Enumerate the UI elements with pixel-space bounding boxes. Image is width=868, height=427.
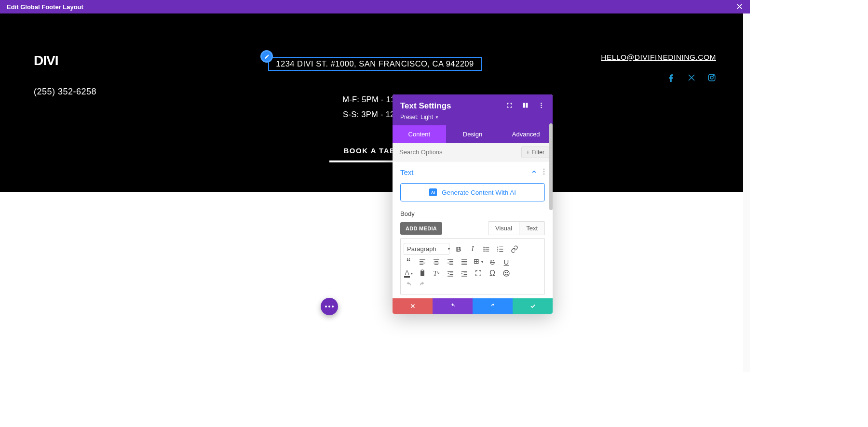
panel-header[interactable]: Text Settings Preset: Light ▼ xyxy=(393,94,553,125)
align-justify-icon[interactable] xyxy=(460,257,469,267)
panel-scrollbar[interactable] xyxy=(549,123,553,298)
svg-rect-37 xyxy=(461,263,467,263)
bold-icon[interactable]: B xyxy=(454,244,463,254)
facebook-icon[interactable] xyxy=(667,73,676,84)
svg-rect-48 xyxy=(461,271,467,271)
svg-rect-33 xyxy=(448,263,453,263)
svg-text:3: 3 xyxy=(497,250,499,252)
expand-icon[interactable] xyxy=(506,102,513,110)
table-icon[interactable]: ▾ xyxy=(474,257,483,267)
emoji-icon[interactable] xyxy=(502,268,511,278)
italic-icon[interactable]: I xyxy=(468,244,477,254)
svg-rect-20 xyxy=(499,249,503,249)
bullet-list-icon[interactable] xyxy=(482,244,491,254)
logo: DIVI xyxy=(34,53,261,68)
email-link[interactable]: HELLO@DIVIFINEDINING.COM xyxy=(488,53,716,62)
numbered-list-icon[interactable]: 123 xyxy=(496,244,505,254)
indent-icon[interactable] xyxy=(460,268,469,278)
redo-button[interactable] xyxy=(473,298,513,314)
address-module[interactable]: 1234 DIVI ST. #1000, SAN FRANCISCO, CA 9… xyxy=(268,57,481,71)
section-title: Text xyxy=(400,168,414,176)
blockquote-icon[interactable]: “ xyxy=(404,257,413,267)
kebab-menu-icon[interactable] xyxy=(538,102,545,110)
paste-text-icon[interactable] xyxy=(418,268,427,278)
svg-rect-46 xyxy=(450,274,453,275)
filter-button[interactable]: + Filter xyxy=(521,147,549,158)
cancel-button[interactable] xyxy=(393,298,433,314)
align-center-icon[interactable] xyxy=(432,257,441,267)
dot-icon xyxy=(328,306,330,307)
address-text[interactable]: 1234 DIVI ST. #1000, SAN FRANCISCO, CA 9… xyxy=(268,57,481,71)
close-icon[interactable]: ✕ xyxy=(736,1,743,12)
svg-rect-49 xyxy=(464,273,467,273)
tab-advanced[interactable]: Advanced xyxy=(499,125,553,143)
svg-rect-30 xyxy=(434,264,438,265)
svg-rect-36 xyxy=(461,261,467,262)
redo-icon[interactable] xyxy=(418,280,427,290)
align-right-icon[interactable] xyxy=(446,257,455,267)
preset-label: Preset: xyxy=(400,114,419,120)
preset-selector[interactable]: Preset: Light ▼ xyxy=(400,114,545,120)
page-scrollbar[interactable] xyxy=(743,13,750,372)
svg-point-11 xyxy=(483,246,485,248)
generate-ai-button[interactable]: AI Generate Content With AI xyxy=(400,183,545,201)
topbar-title: Edit Global Footer Layout xyxy=(7,3,83,11)
svg-rect-35 xyxy=(461,259,467,260)
add-media-button[interactable]: ADD MEDIA xyxy=(400,222,442,235)
special-char-icon[interactable]: Ω xyxy=(488,268,497,278)
plus-icon: + xyxy=(526,149,529,156)
svg-rect-47 xyxy=(448,276,453,276)
more-fab[interactable] xyxy=(321,298,338,315)
svg-point-1 xyxy=(710,76,713,79)
kebab-menu-icon[interactable] xyxy=(543,168,545,176)
clear-formatting-icon[interactable]: T× xyxy=(432,268,441,278)
svg-point-52 xyxy=(503,270,509,276)
svg-rect-29 xyxy=(434,263,439,263)
body-label: Body xyxy=(400,210,545,217)
generate-ai-label: Generate Content With AI xyxy=(442,189,516,196)
strikethrough-icon[interactable]: S xyxy=(488,257,497,267)
tab-design[interactable]: Design xyxy=(446,125,500,143)
undo-icon[interactable] xyxy=(404,280,413,290)
text-settings-panel: Text Settings Preset: Light ▼ Content De… xyxy=(393,94,553,314)
chevron-up-icon[interactable] xyxy=(531,168,537,176)
outdent-icon[interactable] xyxy=(446,268,455,278)
chevron-down-icon: ▼ xyxy=(435,115,439,120)
svg-rect-24 xyxy=(420,261,423,262)
tab-visual[interactable]: Visual xyxy=(488,222,519,235)
chevron-down-icon: ▾ xyxy=(448,247,450,251)
instagram-icon[interactable] xyxy=(707,73,716,84)
svg-rect-18 xyxy=(499,246,503,247)
snap-icon[interactable] xyxy=(522,102,529,110)
svg-rect-4 xyxy=(526,103,528,108)
undo-button[interactable] xyxy=(433,298,473,314)
format-select-value: Paragraph xyxy=(407,245,436,253)
link-icon[interactable] xyxy=(510,244,519,254)
tab-text[interactable]: Text xyxy=(519,222,544,235)
svg-point-53 xyxy=(505,272,505,273)
svg-rect-34 xyxy=(449,264,453,265)
editor-mode-tabs: Visual Text xyxy=(488,221,545,235)
phone-text: (255) 352-6258 xyxy=(34,87,261,97)
svg-point-8 xyxy=(543,169,545,170)
search-input[interactable] xyxy=(393,143,518,161)
panel-scroll-thumb[interactable] xyxy=(549,123,553,210)
tab-content[interactable]: Content xyxy=(393,125,446,143)
svg-point-9 xyxy=(543,171,545,173)
align-left-icon[interactable] xyxy=(418,257,427,267)
svg-rect-32 xyxy=(449,261,453,262)
x-twitter-icon[interactable] xyxy=(687,73,696,84)
panel-title: Text Settings xyxy=(400,101,451,111)
text-color-icon[interactable]: A▾ xyxy=(404,268,413,278)
svg-point-5 xyxy=(541,103,542,104)
save-button[interactable] xyxy=(513,298,553,314)
panel-footer xyxy=(393,298,553,314)
footer-col-left: DIVI (255) 352-6258 xyxy=(34,53,261,192)
section-text-header[interactable]: Text xyxy=(400,168,545,176)
ai-badge-icon: AI xyxy=(429,188,437,196)
svg-rect-16 xyxy=(485,251,489,251)
fullscreen-icon[interactable] xyxy=(474,268,483,278)
preset-value: Light xyxy=(420,114,433,120)
format-select[interactable]: Paragraph ▾ xyxy=(404,243,449,255)
underline-icon[interactable]: U xyxy=(502,257,511,267)
